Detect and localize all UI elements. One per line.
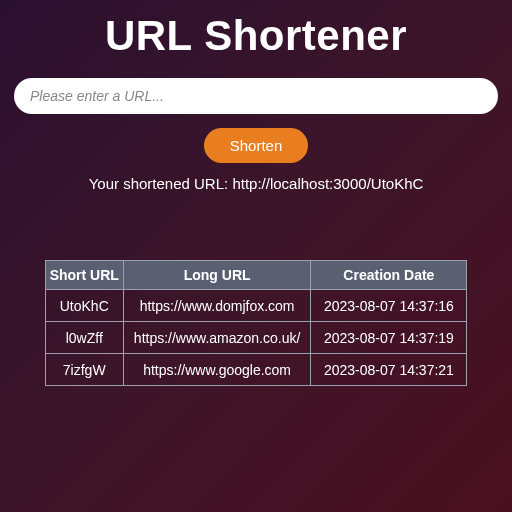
col-short-url: Short URL [45,261,123,290]
result-url: http://localhost:3000/UtoKhC [232,175,423,192]
table-row: l0wZff https://www.amazon.co.uk/ 2023-08… [45,322,467,354]
col-creation-date: Creation Date [311,261,467,290]
url-input[interactable] [14,78,498,114]
cell-short: l0wZff [45,322,123,354]
cell-short: UtoKhC [45,290,123,322]
page-title: URL Shortener [105,12,407,60]
cell-date: 2023-08-07 14:37:21 [311,354,467,386]
cell-short: 7izfgW [45,354,123,386]
cell-date: 2023-08-07 14:37:16 [311,290,467,322]
result-text: Your shortened URL: http://localhost:300… [89,175,424,192]
table-row: 7izfgW https://www.google.com 2023-08-07… [45,354,467,386]
col-long-url: Long URL [123,261,311,290]
url-input-row [10,78,502,114]
cell-long: https://www.google.com [123,354,311,386]
cell-long: https://www.domjfox.com [123,290,311,322]
url-table-wrap: Short URL Long URL Creation Date UtoKhC … [45,260,468,386]
shorten-button[interactable]: Shorten [204,128,309,163]
cell-long: https://www.amazon.co.uk/ [123,322,311,354]
cell-date: 2023-08-07 14:37:19 [311,322,467,354]
table-header-row: Short URL Long URL Creation Date [45,261,467,290]
url-table: Short URL Long URL Creation Date UtoKhC … [45,260,468,386]
table-row: UtoKhC https://www.domjfox.com 2023-08-0… [45,290,467,322]
result-prefix: Your shortened URL: [89,175,233,192]
